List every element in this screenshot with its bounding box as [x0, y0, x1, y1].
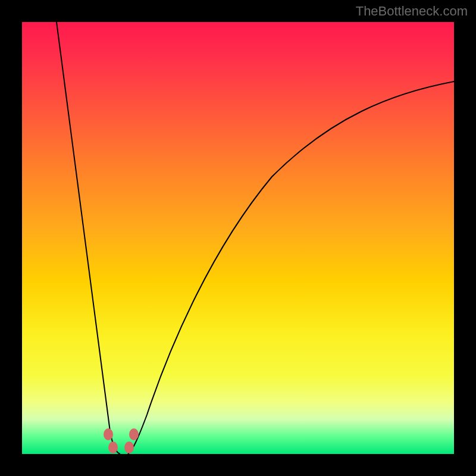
- left-curve-branch: [57, 22, 120, 454]
- curve-marker: [104, 428, 113, 440]
- curve-marker: [108, 441, 118, 453]
- curve-marker: [124, 441, 134, 453]
- right-curve-branch: [128, 82, 454, 454]
- bottleneck-curve: [22, 22, 454, 454]
- plot-area: [22, 22, 454, 454]
- watermark-text: TheBottleneck.com: [356, 4, 468, 19]
- curve-marker: [129, 428, 139, 440]
